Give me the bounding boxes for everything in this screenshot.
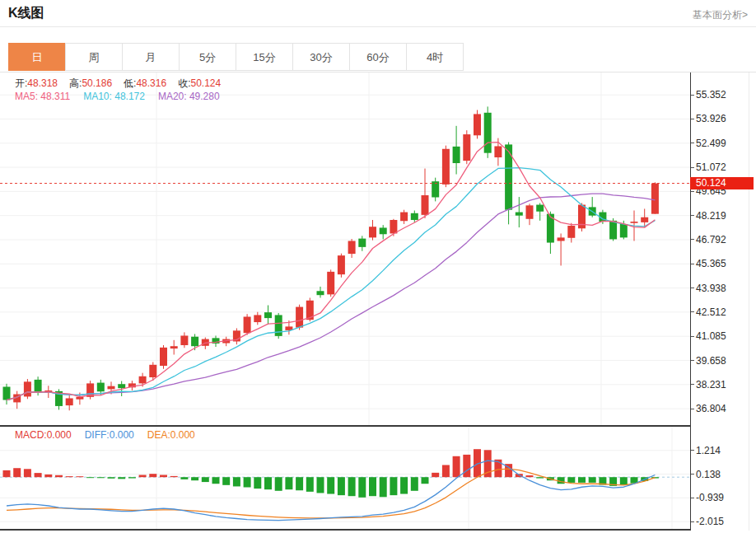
macd-bar <box>24 469 31 477</box>
tab-15min[interactable]: 15分 <box>236 43 293 71</box>
axis-tick-label: 0.138 <box>696 469 721 480</box>
ohlc-row: 开:48.318高:50.186低:48.316收:50.124 <box>15 77 232 91</box>
axis-tick-label: 46.792 <box>696 234 726 245</box>
macd-bar <box>35 473 42 477</box>
macd-bar <box>86 477 94 478</box>
macd-indicator-row: MACD:0.000DIFF:0.000DEA:0.000 <box>15 429 195 441</box>
macd-bar <box>390 477 397 495</box>
candle-body <box>191 337 198 347</box>
candle-body <box>170 346 178 348</box>
macd-bar <box>97 477 105 478</box>
close-label: 收: <box>178 77 190 89</box>
high-value: 50.186 <box>82 77 112 89</box>
candle-body <box>296 307 303 328</box>
candle-body <box>118 384 125 388</box>
macd-bar <box>338 477 345 495</box>
candle-body <box>442 149 450 185</box>
diff-value: DIFF:0.000 <box>85 429 134 441</box>
candle-body <box>651 184 659 214</box>
axis-tick-label: 39.658 <box>696 355 726 367</box>
candle-body <box>35 380 42 393</box>
axis-tick-label: -0.939 <box>696 492 724 503</box>
tab-month[interactable]: 月 <box>122 43 180 71</box>
candle-body <box>3 387 11 400</box>
axis-tick-label: 38.231 <box>696 379 726 390</box>
macd-bar <box>254 477 261 489</box>
macd-bar <box>170 476 178 477</box>
candle-body <box>400 213 408 222</box>
macd-bar <box>264 477 272 489</box>
axis-tick-label: 42.512 <box>696 306 726 318</box>
candle-body <box>275 315 282 335</box>
axis-tick-label: 52.499 <box>696 138 726 149</box>
macd-bar <box>160 475 167 478</box>
tab-60min[interactable]: 60分 <box>349 43 407 71</box>
candle-body <box>66 398 73 405</box>
candle-body <box>264 312 272 318</box>
macd-bar <box>620 477 628 484</box>
macd-bar <box>275 477 282 491</box>
candle-body <box>567 226 575 238</box>
candle-body <box>609 221 617 240</box>
macd-bar <box>432 473 439 477</box>
macd-bar <box>118 477 125 479</box>
macd-bar <box>191 477 198 480</box>
macd-bar <box>327 477 334 493</box>
fundamental-analysis-link[interactable]: 基本面分析> <box>693 8 748 22</box>
candle-body <box>160 348 167 366</box>
macd-bar <box>536 477 544 478</box>
macd-bar <box>212 477 220 484</box>
candlestick-chart[interactable] <box>0 72 756 425</box>
tab-day[interactable]: 日 <box>8 43 66 71</box>
candle-body <box>516 213 523 216</box>
macd-bar <box>3 470 11 477</box>
candle-body <box>244 316 251 333</box>
axis-tick-label: 55.352 <box>696 89 726 101</box>
macd-bar <box>526 475 534 477</box>
macd-bar <box>180 477 188 479</box>
candle-body <box>108 386 115 390</box>
axis-tick-label: 45.365 <box>696 258 726 269</box>
macd-bar <box>422 477 429 484</box>
macd-bar <box>411 477 418 491</box>
macd-bar <box>222 477 230 485</box>
macd-bar <box>139 475 147 478</box>
axis-tick-label: 43.938 <box>696 283 726 294</box>
macd-chart[interactable] <box>0 427 756 529</box>
macd-bar <box>244 477 251 487</box>
kline-page: K线图 基本面分析> 日周月5分15分30分60分4时 开:48.318高:50… <box>0 0 756 533</box>
ma20-value: MA20: 49.280 <box>158 91 220 102</box>
interval-tabs: 日周月5分15分30分60分4时 <box>8 43 464 71</box>
close-value: 50.124 <box>190 77 221 89</box>
candle-body <box>139 376 147 384</box>
tab-week[interactable]: 周 <box>65 43 123 71</box>
candle-body <box>474 114 481 135</box>
macd-bar <box>306 477 314 492</box>
candle-body <box>536 205 544 212</box>
candle-body <box>358 239 366 247</box>
ma20-line <box>7 194 655 400</box>
axis-tick-label: 53.926 <box>696 113 726 124</box>
macd-bar <box>463 455 470 477</box>
header-divider <box>0 26 756 27</box>
axis-tick-label: -2.015 <box>696 516 724 527</box>
candle-body <box>432 181 439 197</box>
macd-bar <box>317 477 324 493</box>
axis-tick-label: 51.072 <box>696 161 726 173</box>
dea-value: DEA:0.000 <box>147 429 195 441</box>
candle-body <box>422 195 429 215</box>
candle-body <box>494 146 502 157</box>
ma10-value: MA10: 48.172 <box>83 91 145 102</box>
axis-tick-label: 41.085 <box>696 330 726 342</box>
tab-4hour[interactable]: 4时 <box>406 43 464 71</box>
axis-tick-label: 1.214 <box>696 445 721 456</box>
macd-bar <box>44 475 52 477</box>
macd-bar <box>358 477 366 498</box>
macd-bar <box>285 477 292 489</box>
macd-bar <box>128 477 136 478</box>
right-axis-line <box>690 72 691 531</box>
tab-30min[interactable]: 30分 <box>292 43 350 71</box>
macd-value: MACD:0.000 <box>15 429 72 441</box>
macd-bar <box>296 477 303 490</box>
tab-5min[interactable]: 5分 <box>179 43 236 71</box>
